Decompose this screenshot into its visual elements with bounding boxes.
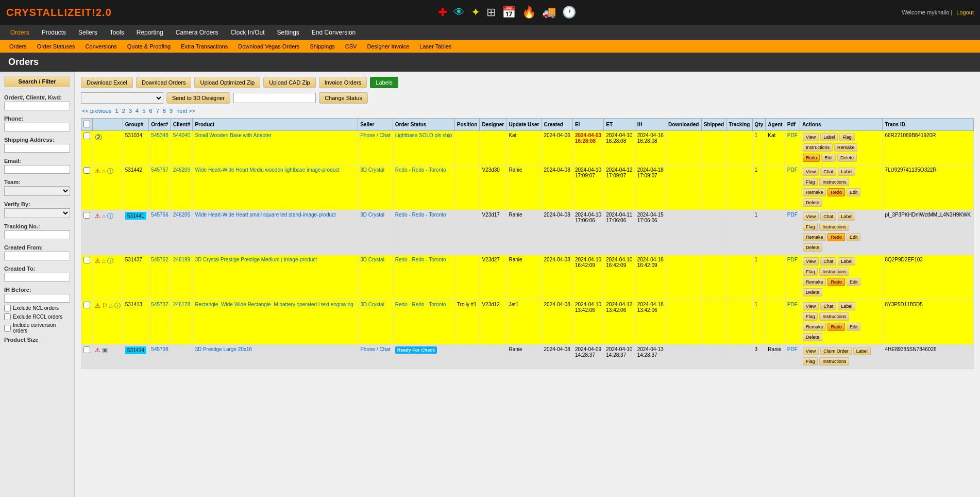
- row5-client-link[interactable]: 246178: [173, 302, 190, 307]
- row2-seller-link[interactable]: 3D Crystal: [360, 167, 384, 173]
- row2-label-btn[interactable]: Label: [838, 168, 855, 176]
- row1-redo-btn[interactable]: Redo: [803, 154, 820, 162]
- exclude-rccl-checkbox[interactable]: [4, 313, 11, 320]
- subnav-shippings[interactable]: Shippings: [305, 41, 340, 52]
- ih-before-input[interactable]: [4, 294, 70, 303]
- labels-button[interactable]: Labels: [370, 77, 398, 88]
- row2-status-link[interactable]: Redo - Redo - Toronto: [395, 167, 446, 173]
- star-icon[interactable]: ✦: [471, 6, 480, 19]
- row6-order-link[interactable]: 545738: [151, 346, 168, 352]
- pagination-3[interactable]: 3: [129, 108, 132, 114]
- row2-edit-btn[interactable]: Edit: [847, 188, 861, 196]
- menu-end-conversion[interactable]: End Conversion: [306, 25, 362, 40]
- grid-icon[interactable]: ⊞: [486, 6, 496, 19]
- truck-icon[interactable]: 🚚: [542, 6, 556, 19]
- row1-label-btn[interactable]: Label: [820, 133, 838, 141]
- send-to-3d-designer-button[interactable]: Send to 3D Designer: [166, 92, 230, 104]
- row5-order-link[interactable]: 545737: [151, 302, 168, 307]
- row4-delete-btn[interactable]: Delete: [803, 288, 822, 296]
- row4-redo-btn[interactable]: Redo: [827, 278, 845, 286]
- row4-flag-btn[interactable]: Flag: [803, 268, 818, 276]
- pagination-8[interactable]: 8: [163, 108, 166, 114]
- menu-sellers[interactable]: Sellers: [72, 25, 104, 40]
- row2-view-btn[interactable]: View: [803, 168, 819, 176]
- upload-optimized-zip-button[interactable]: Upload Optimized Zip: [194, 77, 260, 88]
- pagination-7[interactable]: 7: [156, 108, 159, 114]
- row6-view-btn[interactable]: View: [803, 347, 819, 355]
- row6-instructions-btn[interactable]: Instructions: [819, 357, 849, 366]
- row5-edit-btn[interactable]: Edit: [847, 323, 861, 331]
- row1-view-btn[interactable]: View: [803, 133, 819, 141]
- row5-chat-btn[interactable]: Chat: [820, 302, 836, 310]
- pagination-6[interactable]: 6: [149, 108, 152, 114]
- email-input[interactable]: [4, 165, 70, 174]
- row6-claim-order-btn[interactable]: Claim Order: [820, 347, 852, 355]
- row1-instructions-btn[interactable]: Instructions: [803, 143, 833, 152]
- row3-edit-btn[interactable]: Edit: [847, 233, 861, 241]
- shipping-input[interactable]: [4, 144, 70, 153]
- row6-flag-btn[interactable]: Flag: [803, 357, 818, 366]
- menu-orders[interactable]: Orders: [4, 25, 36, 40]
- subnav-extra-transactions[interactable]: Extra Transactions: [176, 41, 233, 52]
- row2-client-link[interactable]: 246209: [173, 167, 190, 173]
- subnav-download-vegas[interactable]: Download Vegas Orders: [233, 41, 305, 52]
- row1-remake-btn[interactable]: Remake: [834, 143, 858, 152]
- row6-product-link[interactable]: 3D Prestige Large 20x16: [195, 346, 252, 352]
- menu-settings[interactable]: Settings: [271, 25, 306, 40]
- select-all-checkbox[interactable]: [83, 121, 90, 127]
- row5-status-link[interactable]: Redo - Redo - Toronto: [395, 302, 446, 307]
- row2-checkbox[interactable]: [83, 167, 90, 174]
- row1-client-link[interactable]: 544040: [173, 132, 190, 138]
- row3-order-link[interactable]: 545766: [151, 212, 168, 218]
- row1-status-link[interactable]: Lightbase SOLO pls ship: [395, 132, 452, 138]
- row3-instructions-btn[interactable]: Instructions: [819, 223, 849, 231]
- row6-pdf-link[interactable]: PDF: [787, 346, 798, 352]
- subnav-orders[interactable]: Orders: [4, 41, 32, 52]
- row2-instructions-btn[interactable]: Instructions: [819, 178, 849, 186]
- row3-product-link[interactable]: Wide Heart-Wide Heart small square led s…: [195, 212, 335, 218]
- menu-clock[interactable]: Clock In/Out: [224, 25, 271, 40]
- download-excel-button[interactable]: Download Excel: [81, 77, 133, 88]
- row4-pdf-link[interactable]: PDF: [787, 257, 798, 262]
- menu-tools[interactable]: Tools: [104, 25, 130, 40]
- invoice-orders-button[interactable]: Invoice Orders: [319, 77, 367, 88]
- pagination-4[interactable]: 4: [136, 108, 139, 114]
- row5-product-link[interactable]: Rectangle_Wide-Wide Rectangle_M battery …: [195, 302, 355, 307]
- created-from-input[interactable]: [4, 252, 70, 260]
- exclude-ncl-checkbox[interactable]: [4, 305, 11, 311]
- row5-label-btn[interactable]: Label: [838, 302, 855, 310]
- row1-pdf-link[interactable]: PDF: [787, 132, 798, 138]
- row5-delete-btn[interactable]: Delete: [803, 333, 822, 341]
- row6-seller-link[interactable]: Phone / Chat: [360, 346, 390, 352]
- change-status-button[interactable]: Change Status: [319, 92, 368, 104]
- tracking-input[interactable]: [4, 230, 70, 239]
- plus-icon[interactable]: ✚: [438, 6, 447, 19]
- row2-flag-btn[interactable]: Flag: [803, 178, 818, 186]
- order-input[interactable]: [4, 102, 70, 110]
- row5-remake-btn[interactable]: Remake: [803, 323, 826, 331]
- fire-icon[interactable]: 🔥: [522, 6, 536, 19]
- verify-by-select[interactable]: [4, 208, 70, 218]
- row4-instructions-btn[interactable]: Instructions: [819, 268, 849, 276]
- row3-checkbox[interactable]: [83, 212, 90, 219]
- designer-select[interactable]: [81, 92, 163, 104]
- clock-icon[interactable]: 🕐: [562, 6, 576, 19]
- row3-flag-btn[interactable]: Flag: [803, 223, 818, 231]
- row1-seller-link[interactable]: Phone / Chat: [360, 132, 390, 138]
- upload-cad-zip-button[interactable]: Upload CAD Zip: [263, 77, 315, 88]
- created-to-input[interactable]: [4, 273, 70, 281]
- pagination-5[interactable]: 5: [142, 108, 145, 114]
- pagination-2[interactable]: 2: [122, 108, 125, 114]
- menu-camera-orders[interactable]: Camera Orders: [170, 25, 225, 40]
- menu-reporting[interactable]: Reporting: [130, 25, 170, 40]
- pagination-previous[interactable]: << previous: [82, 108, 111, 114]
- row5-view-btn[interactable]: View: [803, 302, 819, 310]
- row1-flag-btn[interactable]: Flag: [839, 133, 855, 141]
- row5-redo-btn[interactable]: Redo: [827, 323, 845, 331]
- row2-redo-btn[interactable]: Redo: [827, 188, 845, 196]
- row4-seller-link[interactable]: 3D Crystal: [360, 257, 384, 262]
- subnav-conversions[interactable]: Conversions: [80, 41, 122, 52]
- pagination-next[interactable]: next >>: [176, 108, 195, 114]
- download-orders-button[interactable]: Download Orders: [136, 77, 192, 88]
- row3-redo-btn[interactable]: Redo: [827, 233, 845, 241]
